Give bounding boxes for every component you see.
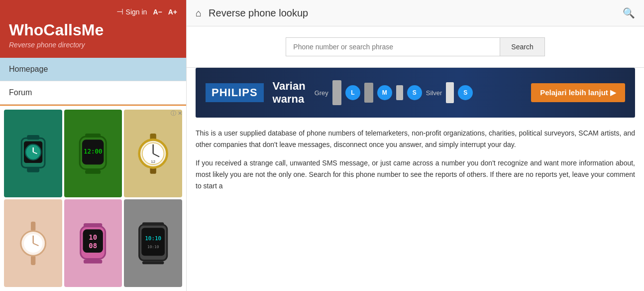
watch-svg-2: 12:00: [70, 119, 116, 189]
svg-text:10: 10: [89, 233, 98, 241]
svg-text:08: 08: [89, 241, 98, 249]
watch-svg-5: 10 08: [70, 208, 116, 279]
main-topbar: ⌂ Reverse phone lookup 🔍: [187, 0, 644, 26]
silver-label: Silver: [426, 89, 442, 97]
sidebar-top-bar: ⊣ Sign in A− A+: [9, 7, 177, 16]
watch-svg-4: [10, 208, 56, 279]
ad-watch-2: 12:00: [64, 110, 122, 197]
page-title: Reverse phone lookup: [209, 7, 616, 19]
homepage-label: Homepage: [9, 65, 48, 73]
watch-svg-6: 10:10 10:10: [130, 208, 176, 279]
ad-watch-6: 10:10 10:10: [124, 199, 182, 287]
ad-watch-1: [4, 110, 62, 197]
banner-tagline: Varian warna: [273, 80, 306, 106]
svg-rect-11: [85, 170, 101, 174]
home-icon[interactable]: ⌂: [196, 7, 202, 19]
search-input[interactable]: [286, 37, 500, 56]
banner-tagline-line2: warna: [273, 93, 306, 106]
signin-icon: ⊣: [116, 7, 123, 16]
watch-svg-1: [10, 119, 56, 189]
svg-rect-36: [142, 261, 164, 264]
product-rect-4: [446, 82, 454, 103]
ad-grid: 12:00 12: [4, 110, 182, 287]
product-rect-2: [364, 83, 373, 103]
svg-text:10:10: 10:10: [147, 244, 159, 249]
sidebar: ⊣ Sign in A− A+ WhoCallsMe Reverse phone…: [0, 0, 187, 291]
svg-rect-32: [141, 228, 165, 256]
ad-watch-4: [4, 199, 62, 287]
svg-rect-20: [31, 256, 35, 265]
svg-rect-10: [85, 134, 101, 138]
ad-watch-3: 12: [124, 110, 182, 197]
content-text: This is a user supplied database of phon…: [187, 118, 644, 199]
content-paragraph-2: If you received a strange call, unwanted…: [196, 157, 635, 192]
banner-tagline-line1: Varian: [273, 80, 306, 93]
svg-rect-6: [27, 167, 39, 172]
sidebar-ad-area: ⓘ ✕ 12:00: [0, 105, 186, 291]
svg-rect-35: [142, 222, 164, 225]
watch-svg-3: 12: [130, 119, 176, 189]
size-circle-l: L: [345, 85, 360, 100]
site-subtitle: Reverse phone directory: [9, 41, 177, 49]
sidebar-item-forum[interactable]: Forum: [0, 81, 186, 105]
product-rect-3: [396, 85, 403, 100]
size-circle-s2: S: [458, 85, 473, 100]
grey-label: Grey: [315, 89, 328, 97]
svg-text:12:00: 12:00: [84, 147, 102, 155]
search-button[interactable]: Search: [500, 37, 544, 56]
philips-logo: PHILIPS: [206, 83, 264, 102]
svg-text:10:10: 10:10: [145, 235, 161, 242]
main-content: ⌂ Reverse phone lookup 🔍 Search PHILIPS …: [187, 0, 644, 291]
size-circle-m: M: [377, 85, 392, 100]
sidebar-item-homepage[interactable]: Homepage: [0, 58, 186, 81]
size-circle-s: S: [407, 85, 422, 100]
content-paragraph-1: This is a user supplied database of phon…: [196, 128, 635, 150]
signin-button[interactable]: ⊣ Sign in: [116, 7, 147, 16]
product-rect-1: [332, 80, 341, 105]
svg-rect-19: [31, 222, 35, 231]
banner-products: Grey L M S Silver S: [315, 80, 532, 105]
search-icon[interactable]: 🔍: [623, 7, 635, 19]
font-increase-button[interactable]: A+: [168, 8, 177, 16]
banner-ad: PHILIPS Varian warna Grey L M S Silver S…: [196, 68, 635, 118]
signin-label: Sign in: [126, 8, 147, 16]
svg-text:12: 12: [151, 159, 155, 164]
svg-rect-29: [84, 223, 102, 227]
svg-rect-30: [84, 260, 102, 264]
banner-cta-button[interactable]: Pelajari lebih lanjut ▶: [531, 83, 625, 102]
sidebar-header: ⊣ Sign in A− A+ WhoCallsMe Reverse phone…: [0, 0, 186, 58]
site-title: WhoCallsMe: [9, 21, 177, 39]
font-decrease-button[interactable]: A−: [153, 8, 162, 16]
ad-info-icon[interactable]: ⓘ ✕: [171, 110, 182, 117]
ad-watch-5: 10 08: [64, 199, 122, 287]
search-section: Search: [187, 26, 644, 68]
forum-label: Forum: [9, 88, 32, 97]
svg-rect-5: [27, 135, 39, 140]
